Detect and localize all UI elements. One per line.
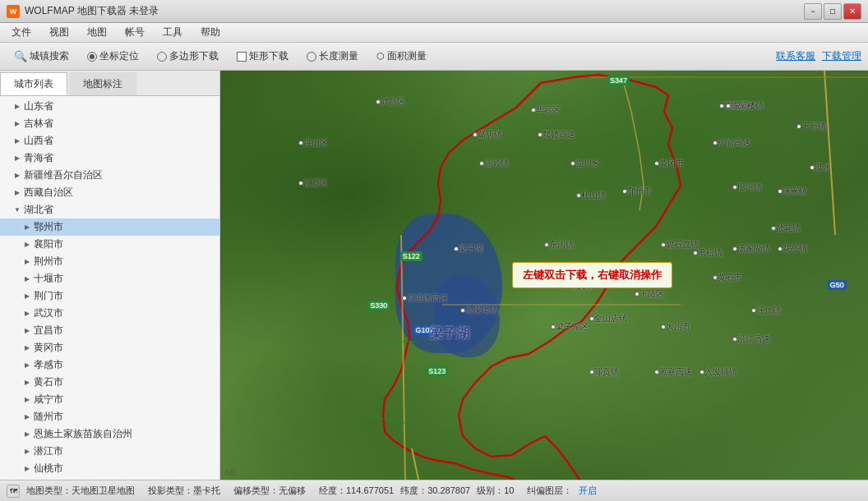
- menu-tools[interactable]: 工具: [155, 24, 191, 41]
- tree-item-仙桃市[interactable]: ▶仙桃市: [0, 460, 219, 477]
- tree-arrow: ▶: [23, 344, 31, 352]
- tree-arrow: ▼: [13, 206, 21, 214]
- tree-item-荆州市[interactable]: ▶荆州市: [0, 253, 219, 270]
- tree-arrow: ▶: [23, 327, 31, 334]
- place-label-梁子湖: 梁子湖: [459, 243, 483, 255]
- place-label-S122: S122: [400, 251, 422, 261]
- map-area[interactable]: 左键双击下载，右键取消操作 武昌区洪山区江夏区华容区临川乡黄冈市鄂州市杜山镇梁子…: [220, 71, 868, 480]
- place-label-武昌区: 武昌区: [381, 96, 405, 108]
- place-label-沿江高速: 沿江高速: [737, 333, 770, 345]
- close-button[interactable]: ✕: [843, 3, 861, 20]
- radio-icon2: [157, 52, 167, 62]
- contact-link[interactable]: 联系客服: [776, 49, 815, 63]
- tree-item-西藏自治区[interactable]: ▶西藏自治区: [0, 184, 219, 201]
- place-label-承祖镇: 承祖镇: [698, 247, 723, 259]
- menu-help[interactable]: 帮助: [192, 24, 229, 41]
- length-measure-button[interactable]: 长度测量: [299, 46, 366, 67]
- place-label-沪渝高速: 沪渝高速: [718, 137, 750, 149]
- tree-arrow: ▶: [23, 292, 31, 300]
- rect-download-button[interactable]: 矩形下载: [229, 46, 296, 67]
- tree-arrow: ▶: [23, 396, 31, 403]
- place-label-S347: S347: [607, 76, 630, 85]
- tree-label: 青海省: [24, 151, 53, 165]
- menubar: 文件 视图 地图 帐号 工具 帮助: [0, 23, 868, 43]
- map-type-icon: 🗺: [7, 485, 20, 498]
- coord-locate-button[interactable]: 坐标定位: [80, 46, 146, 67]
- minimize-button[interactable]: －: [804, 3, 822, 20]
- tree-item-孝感市[interactable]: ▶孝感市: [0, 356, 219, 374]
- menu-map[interactable]: 地图: [79, 24, 115, 41]
- tree-arrow: ▶: [23, 275, 31, 283]
- tree-label: 天门市: [34, 479, 63, 480]
- tree-label: 恩施土家族苗族自治州: [34, 427, 132, 441]
- tree-label: 山东省: [24, 99, 53, 113]
- lake-text-label: 梁子湖: [430, 325, 469, 342]
- menu-view[interactable]: 视图: [41, 24, 77, 41]
- tree-item-恩施土家族苗族自治州[interactable]: ▶恩施土家族苗族自治州: [0, 425, 219, 443]
- tree-label: 咸宁市: [34, 393, 63, 407]
- tab-city-list[interactable]: 城市列表: [0, 72, 67, 95]
- place-label-京港澳高速: 京港澳高速: [407, 292, 448, 304]
- tree-label: 仙桃市: [34, 462, 63, 476]
- menu-account[interactable]: 帐号: [117, 24, 153, 41]
- tree-item-黄石市[interactable]: ▶黄石市: [0, 374, 219, 391]
- tree-item-咸宁市[interactable]: ▶咸宁市: [0, 391, 219, 408]
- tree-label: 孝感市: [34, 358, 63, 372]
- titlebar: W WOLFMAP 地图下载器 未登录 － □ ✕: [0, 0, 868, 23]
- tree-label: 宜昌市: [34, 324, 63, 338]
- place-label-葛店镇: 葛店镇: [478, 129, 502, 140]
- place-label-黄石市: 黄石市: [718, 272, 742, 283]
- place-label-大冶市: 大冶市: [666, 321, 690, 333]
- main-content: 城市列表 地图标注 ▶山东省▶吉林省▶山西省▶青海省▶新疆维吾尔自治区▶西藏自治…: [0, 71, 868, 480]
- tabs: 城市列表 地图标注: [0, 71, 219, 96]
- longitude-label: 经度：114.677051: [319, 485, 394, 497]
- tree-label: 吉林省: [24, 117, 53, 131]
- tree-label: 随州市: [34, 410, 63, 424]
- tree-label: 黄石市: [34, 375, 63, 389]
- tree-label: 山西省: [24, 134, 53, 148]
- tree-item-潜江市[interactable]: ▶潜江市: [0, 443, 219, 460]
- tree-item-青海省[interactable]: ▶青海省: [0, 149, 219, 167]
- tree-item-山西省[interactable]: ▶山西省: [0, 132, 219, 149]
- tree-item-吉林省[interactable]: ▶吉林省: [0, 115, 219, 132]
- place-label-洪山区: 洪山区: [303, 137, 328, 149]
- tree-label: 十堰市: [34, 272, 63, 286]
- tree-item-十堰市[interactable]: ▶十堰市: [0, 270, 219, 287]
- map-type-label: 地图类型：天地图卫星地图: [26, 485, 135, 497]
- tree-item-武汉市[interactable]: ▶武汉市: [0, 305, 219, 322]
- offset-label: 偏移类型：无偏移: [233, 485, 306, 497]
- area-measure-button[interactable]: ⬡ 面积测量: [369, 46, 434, 67]
- tree-arrow: ▶: [23, 258, 31, 265]
- map-popup: 左键双击下载，右键取消操作: [512, 262, 672, 288]
- place-label-S330: S330: [367, 301, 390, 310]
- menu-file[interactable]: 文件: [3, 24, 39, 41]
- place-label-江夏区: 江夏区: [303, 177, 328, 189]
- tree-item-随州市[interactable]: ▶随州市: [0, 408, 219, 425]
- city-search-button[interactable]: 🔍 城镇搜索: [7, 46, 76, 67]
- tree-item-山东省[interactable]: ▶山东省: [0, 98, 219, 115]
- tree-item-天门市[interactable]: ▶天门市: [0, 477, 219, 480]
- download-mgr-link[interactable]: 下载管理: [822, 49, 861, 63]
- place-label-黄冈市: 黄冈市: [659, 158, 684, 169]
- polygon-download-button[interactable]: 多边形下载: [150, 46, 226, 67]
- city-list[interactable]: ▶山东省▶吉林省▶山西省▶青海省▶新疆维吾尔自治区▶西藏自治区▼湖北省▶鄂州市▶…: [0, 96, 219, 480]
- tree-item-黄冈市[interactable]: ▶黄冈市: [0, 339, 219, 356]
- tab-map-mark[interactable]: 地图标注: [69, 72, 136, 95]
- tree-item-新疆维吾尔自治区[interactable]: ▶新疆维吾尔自治区: [0, 167, 219, 184]
- place-label-涞冢镇: 涞冢镇: [783, 186, 807, 197]
- tree-label: 潜江市: [34, 444, 63, 458]
- tree-item-湖北省[interactable]: ▼湖北省: [0, 201, 219, 218]
- place-label-庙岭镇: 庙岭镇: [484, 158, 509, 169]
- toolbar: 🔍 城镇搜索 坐标定位 多边形下载 矩形下载 长度测量 ⬡ 面积测量 联系客服 …: [0, 43, 868, 71]
- tree-item-宜昌市[interactable]: ▶宜昌市: [0, 322, 219, 339]
- tree-arrow: ▶: [23, 310, 31, 317]
- coord-toggle-link[interactable]: 开启: [579, 485, 597, 497]
- tree-item-荆门市[interactable]: ▶荆门市: [0, 287, 219, 305]
- place-label-碧石渡镇: 碧石渡镇: [666, 239, 699, 250]
- place-label-巴河镇: 巴河镇: [737, 182, 762, 193]
- tree-label: 新疆维吾尔自治区: [24, 168, 103, 182]
- tree-arrow: ▶: [23, 413, 31, 421]
- tree-item-鄂州市[interactable]: ▶鄂州市: [0, 218, 219, 236]
- restore-button[interactable]: □: [824, 3, 842, 20]
- tree-item-襄阳市[interactable]: ▶襄阳市: [0, 236, 219, 253]
